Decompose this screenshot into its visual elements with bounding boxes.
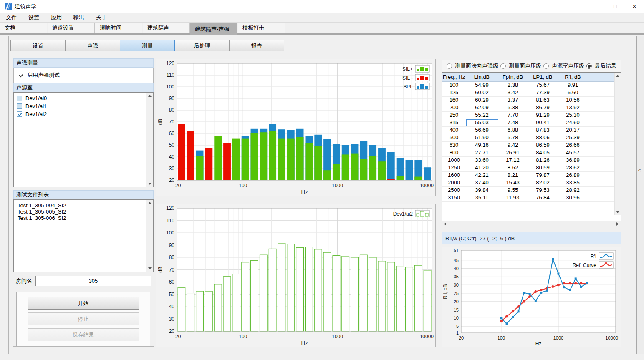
- table-cell[interactable]: 62.09: [466, 104, 498, 111]
- table-cell[interactable]: 1000: [442, 157, 466, 164]
- table-cell[interactable]: 125: [442, 89, 466, 96]
- table-cell[interactable]: 30.96: [558, 194, 588, 201]
- table-row[interactable]: 50051.905.7888.0625.39: [442, 134, 621, 142]
- main-tab[interactable]: 建筑隔声: [143, 23, 190, 33]
- table-row[interactable]: 12560.023.4277.396.60: [442, 89, 621, 97]
- table-cell[interactable]: 77.39: [528, 89, 558, 96]
- table-cell[interactable]: 160: [442, 97, 466, 104]
- scroll-right-button[interactable]: [614, 221, 621, 227]
- table-row[interactable]: 100033.6017.1281.2636.89: [442, 157, 621, 164]
- file-list-item[interactable]: Test 1_305-006_SI2: [14, 215, 153, 221]
- table-cell[interactable]: 54.99: [466, 82, 498, 89]
- room-name-input[interactable]: [35, 276, 151, 286]
- maximize-button[interactable]: □: [606, 0, 625, 13]
- table-cell[interactable]: 9.42: [498, 142, 528, 149]
- table-cell[interactable]: 1600: [442, 172, 466, 179]
- scroll-down-button[interactable]: [147, 181, 153, 187]
- file-list-item[interactable]: Test 1_305-005_SI2: [14, 209, 153, 215]
- table-cell[interactable]: 56.69: [466, 127, 498, 134]
- table-cell[interactable]: [588, 142, 615, 149]
- table-cell[interactable]: 39.84: [466, 187, 498, 194]
- table-cell[interactable]: 28.62: [558, 164, 588, 171]
- minimize-button[interactable]: —: [586, 0, 606, 13]
- result-view-radio[interactable]: 测量面声压级: [500, 62, 541, 70]
- main-tab[interactable]: 混响时间: [95, 23, 142, 33]
- close-button[interactable]: ✕: [625, 0, 644, 13]
- scroll-up-button[interactable]: [147, 93, 153, 99]
- table-cell[interactable]: [588, 172, 615, 179]
- table-cell[interactable]: 81.63: [528, 97, 558, 104]
- enable-intensity-checkbox[interactable]: [18, 73, 23, 78]
- main-tab[interactable]: 楼板打击: [238, 23, 285, 33]
- table-cell[interactable]: [588, 119, 615, 126]
- table-header-cell[interactable]: R'I, dB: [558, 73, 588, 81]
- table-cell[interactable]: 27.71: [466, 149, 498, 156]
- channel-item[interactable]: Dev1/ai1: [14, 102, 153, 110]
- table-cell[interactable]: 75.67: [528, 82, 558, 89]
- channel-checkbox[interactable]: [17, 96, 22, 101]
- table-row[interactable]: 31555.037.4890.4124.60: [442, 119, 621, 127]
- table-cell[interactable]: 33.85: [558, 179, 588, 186]
- channel-list-scrollbar[interactable]: [146, 93, 153, 187]
- table-row[interactable]: 315035.1111.9376.8430.96: [442, 194, 621, 202]
- table-cell[interactable]: 800: [442, 149, 466, 156]
- menu-item[interactable]: 文件: [0, 13, 23, 22]
- table-header-cell[interactable]: LIn,dB: [466, 73, 498, 81]
- table-cell[interactable]: 84.05: [528, 149, 558, 156]
- table-cell[interactable]: [588, 82, 615, 89]
- table-cell[interactable]: 81.26: [528, 157, 558, 164]
- radio-circle[interactable]: [500, 63, 506, 69]
- table-cell[interactable]: [588, 97, 615, 104]
- sub-tab[interactable]: 声强: [65, 40, 120, 51]
- table-cell[interactable]: 250: [442, 112, 466, 119]
- table-cell[interactable]: [588, 149, 615, 156]
- menu-item[interactable]: 输出: [68, 13, 90, 22]
- table-cell[interactable]: [588, 134, 615, 141]
- table-cell[interactable]: 3.42: [498, 89, 528, 96]
- table-horizontal-scrollbar[interactable]: [442, 221, 621, 227]
- table-row[interactable]: 80027.7126.9184.0545.57: [442, 149, 621, 157]
- table-cell[interactable]: 55.22: [466, 112, 498, 119]
- menu-item[interactable]: 设置: [23, 13, 45, 22]
- table-row[interactable]: 20062.095.3886.7913.92: [442, 104, 621, 112]
- save-results-button[interactable]: 保存结果: [28, 328, 139, 341]
- table-cell[interactable]: 91.29: [528, 112, 558, 119]
- table-cell[interactable]: [588, 194, 615, 201]
- table-header-cell[interactable]: FpIn, dB: [498, 73, 528, 81]
- result-view-radio[interactable]: 测量面法向声强级: [447, 62, 498, 70]
- table-cell[interactable]: 2.38: [498, 82, 528, 89]
- table-cell[interactable]: 33.60: [466, 157, 498, 164]
- table-cell[interactable]: 79.87: [528, 172, 558, 179]
- menu-item[interactable]: 关于: [90, 13, 113, 22]
- table-row[interactable]: 16060.293.3781.6310.56: [442, 97, 621, 104]
- result-view-radio[interactable]: 最后结果: [586, 62, 616, 70]
- file-list-item[interactable]: Test 1_305-004_SI2: [14, 202, 153, 209]
- table-cell[interactable]: 26.91: [498, 149, 528, 156]
- table-cell[interactable]: 3150: [442, 194, 466, 201]
- channel-checkbox[interactable]: [17, 111, 22, 117]
- scroll-down-button[interactable]: [147, 265, 153, 272]
- table-cell[interactable]: 42.21: [466, 172, 498, 179]
- table-cell[interactable]: 200: [442, 104, 466, 111]
- table-header-cell[interactable]: Freq., Hz: [442, 73, 466, 81]
- channel-item[interactable]: Dev1/ai0: [14, 94, 153, 102]
- table-cell[interactable]: 55.03: [466, 119, 498, 126]
- main-tab[interactable]: 文档: [0, 23, 47, 33]
- table-cell[interactable]: 80.59: [528, 164, 558, 171]
- file-list-scrollbar[interactable]: [146, 200, 153, 272]
- table-cell[interactable]: [588, 112, 615, 119]
- table-cell[interactable]: 24.60: [558, 119, 588, 126]
- table-cell[interactable]: [588, 187, 615, 194]
- table-cell[interactable]: 76.84: [528, 194, 558, 201]
- table-cell[interactable]: 36.89: [558, 157, 588, 164]
- table-cell[interactable]: 82.02: [528, 179, 558, 186]
- table-row[interactable]: 250039.849.5579.5328.92: [442, 187, 621, 194]
- table-cell[interactable]: 25.30: [558, 112, 588, 119]
- scroll-up-button[interactable]: [615, 73, 621, 79]
- radio-circle[interactable]: [543, 63, 549, 69]
- table-cell[interactable]: [588, 127, 615, 134]
- table-cell[interactable]: [588, 164, 615, 171]
- table-cell[interactable]: 9.91: [558, 82, 588, 89]
- table-cell[interactable]: 20.37: [558, 127, 588, 134]
- table-cell[interactable]: 86.59: [528, 142, 558, 149]
